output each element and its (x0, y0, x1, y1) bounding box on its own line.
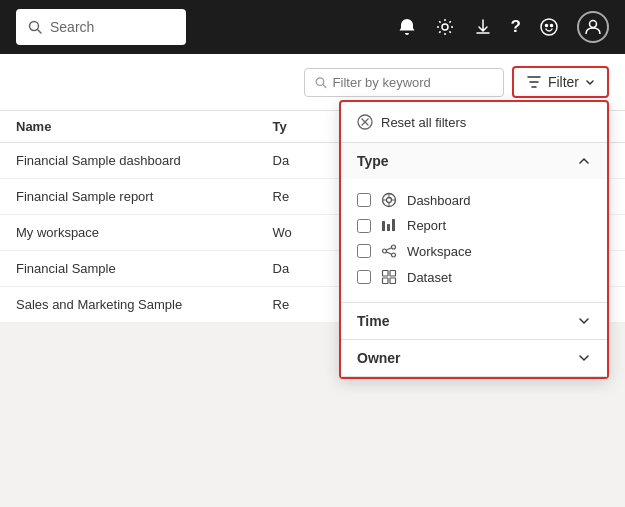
dashboard-label: Dashboard (407, 193, 471, 208)
svg-point-5 (551, 25, 553, 27)
filter-panel: Reset all filters Type Dashboard (339, 100, 609, 379)
filter-section-owner: Owner (341, 340, 607, 377)
topbar-icons: ? (397, 11, 609, 43)
bell-icon[interactable] (397, 17, 417, 37)
reset-icon (357, 114, 373, 130)
row-name: Financial Sample (16, 261, 273, 276)
settings-icon[interactable] (435, 17, 455, 37)
help-icon[interactable]: ? (511, 17, 521, 37)
dataset-checkbox[interactable] (357, 270, 371, 284)
svg-rect-19 (392, 219, 395, 231)
report-checkbox[interactable] (357, 219, 371, 233)
col-name: Name (16, 119, 273, 134)
workspace-label: Workspace (407, 244, 472, 259)
report-icon (381, 219, 397, 233)
keyword-filter-input[interactable] (304, 68, 504, 97)
svg-point-6 (590, 21, 597, 28)
owner-section-label: Owner (357, 350, 401, 366)
keyword-input-field[interactable] (333, 75, 493, 90)
svg-rect-28 (390, 278, 396, 284)
report-label: Report (407, 218, 446, 233)
svg-line-8 (323, 84, 326, 87)
svg-point-21 (392, 245, 396, 249)
keyword-search-icon (315, 76, 327, 89)
filter-section-type: Type Dashboard (341, 143, 607, 303)
svg-point-16 (387, 198, 392, 203)
row-name: My workspace (16, 225, 273, 240)
svg-rect-26 (390, 271, 396, 277)
svg-rect-18 (387, 224, 390, 231)
filter-chevron-icon (585, 77, 595, 87)
type-chevron-up-icon (577, 154, 591, 168)
filter-item-workspace[interactable]: Workspace (357, 238, 591, 264)
download-icon[interactable] (473, 17, 493, 37)
row-name: Financial Sample report (16, 189, 273, 204)
filter-section-time: Time (341, 303, 607, 340)
row-name: Financial Sample dashboard (16, 153, 273, 168)
svg-point-4 (546, 25, 548, 27)
type-section-label: Type (357, 153, 389, 169)
filter-item-report[interactable]: Report (357, 213, 591, 238)
dataset-label: Dataset (407, 270, 452, 285)
dashboard-icon (381, 192, 397, 208)
type-section-header[interactable]: Type (341, 143, 607, 179)
dataset-icon (381, 269, 397, 285)
svg-point-20 (383, 249, 387, 253)
svg-line-24 (387, 252, 392, 254)
search-box[interactable]: Search (16, 9, 186, 45)
filter-item-dataset[interactable]: Dataset (357, 264, 591, 290)
reset-filters-button[interactable]: Reset all filters (341, 102, 607, 143)
owner-section-header[interactable]: Owner (341, 340, 607, 376)
owner-chevron-down-icon (577, 351, 591, 365)
svg-point-22 (392, 253, 396, 257)
type-section-body: Dashboard Report (341, 179, 607, 302)
time-section-label: Time (357, 313, 389, 329)
smiley-icon[interactable] (539, 17, 559, 37)
time-chevron-down-icon (577, 314, 591, 328)
topbar: Search ? (0, 0, 625, 54)
svg-point-3 (541, 19, 557, 35)
svg-rect-17 (382, 221, 385, 231)
filter-lines-icon (526, 75, 542, 89)
row-name: Sales and Marketing Sample (16, 297, 273, 312)
filter-item-dashboard[interactable]: Dashboard (357, 187, 591, 213)
svg-line-1 (38, 30, 42, 34)
svg-rect-27 (383, 278, 389, 284)
time-section-header[interactable]: Time (341, 303, 607, 339)
search-icon (28, 20, 42, 34)
reset-label: Reset all filters (381, 115, 466, 130)
filter-button[interactable]: Filter (512, 66, 609, 98)
workspace-icon (381, 243, 397, 259)
svg-rect-25 (383, 271, 389, 277)
avatar[interactable] (577, 11, 609, 43)
svg-point-2 (442, 24, 448, 30)
search-text: Search (50, 19, 94, 35)
dashboard-checkbox[interactable] (357, 193, 371, 207)
workspace-checkbox[interactable] (357, 244, 371, 258)
svg-line-23 (387, 248, 392, 250)
filter-button-label: Filter (548, 74, 579, 90)
